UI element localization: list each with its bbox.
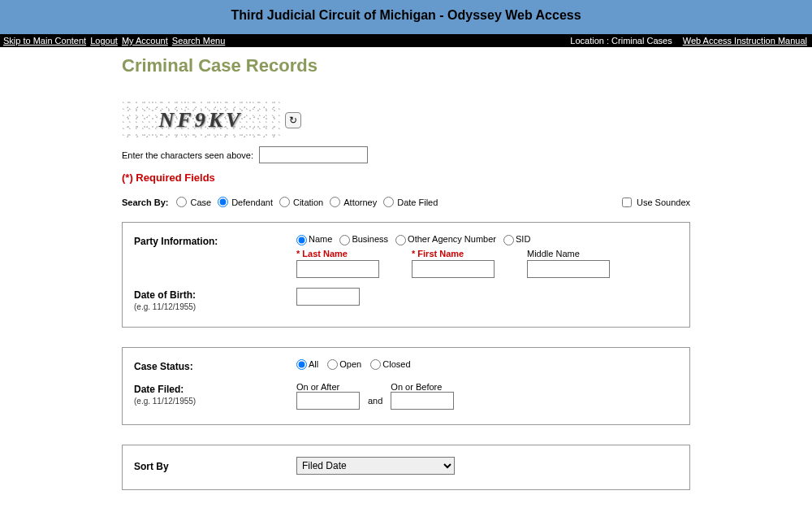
radio-citation[interactable] <box>279 197 290 207</box>
radio-all-label: All <box>309 359 318 369</box>
search-by-row: Search By: Case Defendant Citation Attor… <box>122 197 690 207</box>
date-filed-hint: (e.g. 11/12/1955) <box>134 397 196 406</box>
skip-link[interactable]: Skip to Main Content <box>3 36 86 46</box>
and-text: and <box>368 396 382 410</box>
middle-name-input[interactable] <box>527 260 610 278</box>
middle-name-label: Middle Name <box>527 249 610 258</box>
dob-input[interactable] <box>296 288 360 306</box>
captcha-input-row: Enter the characters seen above: <box>122 146 690 163</box>
radio-business[interactable] <box>339 235 350 245</box>
radio-sid-label: SID <box>516 234 530 244</box>
search-menu-link[interactable]: Search Menu <box>172 36 225 46</box>
radio-open-label: Open <box>339 359 361 369</box>
last-name-label: * Last Name <box>296 249 379 258</box>
radio-closed[interactable] <box>370 359 381 370</box>
date-filed-fields: On or After and On or Before <box>296 382 678 410</box>
on-before-input[interactable] <box>391 392 454 410</box>
page-header-title: Third Judicial Circuit of Michigan - Ody… <box>0 8 812 23</box>
radio-case-label: Case <box>190 198 211 207</box>
radio-date-filed[interactable] <box>383 197 394 207</box>
last-name-input[interactable] <box>296 260 379 278</box>
refresh-captcha-button[interactable]: ↻ <box>285 112 301 128</box>
on-before-label: On or Before <box>391 382 454 392</box>
search-by-radio-group: Search By: Case Defendant Citation Attor… <box>122 197 443 207</box>
refresh-icon: ↻ <box>289 115 297 126</box>
first-name-label: * First Name <box>412 249 495 258</box>
radio-name[interactable] <box>296 235 307 245</box>
sort-by-box: Sort By Filed Date <box>122 445 690 490</box>
search-by-label: Search By: <box>122 198 168 207</box>
header-bar: Third Judicial Circuit of Michigan - Ody… <box>0 0 812 34</box>
first-name-input[interactable] <box>412 260 495 278</box>
radio-sid[interactable] <box>503 235 514 245</box>
radio-name-label: Name <box>309 234 332 244</box>
radio-defendant[interactable] <box>218 197 228 207</box>
radio-citation-label: Citation <box>293 198 323 207</box>
on-after-input[interactable] <box>296 392 360 410</box>
page-title: Criminal Case Records <box>122 55 690 76</box>
date-filed-label: Date Filed: <box>134 384 184 395</box>
dob-label: Date of Birth: <box>134 289 196 301</box>
radio-open[interactable] <box>327 359 338 370</box>
party-type-radios: Name Business Other Agency Number SID <box>296 234 678 245</box>
captcha-row: NF9KV ↻ <box>122 101 690 140</box>
radio-other-agency[interactable] <box>395 235 406 245</box>
radio-case[interactable] <box>176 197 187 207</box>
logout-link[interactable]: Logout <box>90 36 118 46</box>
nav-left: Skip to Main Content Logout My Account S… <box>3 36 227 46</box>
my-account-link[interactable]: My Account <box>122 36 168 46</box>
dob-hint: (e.g. 11/12/1955) <box>134 302 196 311</box>
soundex-group: Use Soundex <box>622 198 690 207</box>
party-info-label: Party Information: <box>134 234 296 247</box>
captcha-image: NF9KV <box>122 101 280 140</box>
name-fields: * Last Name * First Name Middle Name <box>296 249 678 278</box>
case-status-box: Case Status: All Open Closed Date Filed:… <box>122 347 690 425</box>
party-info-box: Party Information: Name Business Other A… <box>122 222 690 328</box>
radio-other-agency-label: Other Agency Number <box>408 234 496 244</box>
radio-closed-label: Closed <box>382 359 410 369</box>
sort-by-label: Sort By <box>134 459 296 472</box>
nav-bar: Skip to Main Content Logout My Account S… <box>0 34 812 47</box>
radio-attorney[interactable] <box>330 197 340 207</box>
main-content: Criminal Case Records NF9KV ↻ Enter the … <box>122 47 690 508</box>
required-fields-note: (*) Required Fields <box>122 172 690 184</box>
on-after-label: On or After <box>296 382 360 392</box>
radio-date-filed-label: Date Filed <box>397 198 438 207</box>
radio-business-label: Business <box>352 234 388 244</box>
soundex-label: Use Soundex <box>637 198 690 207</box>
radio-attorney-label: Attorney <box>343 198 377 207</box>
soundex-checkbox[interactable] <box>622 198 632 207</box>
instruction-manual-link[interactable]: Web Access Instruction Manual <box>683 36 807 46</box>
status-radios: All Open Closed <box>296 359 678 371</box>
radio-all[interactable] <box>296 359 307 370</box>
radio-defendant-label: Defendant <box>231 198 273 207</box>
location-text: Location : Criminal Cases <box>570 36 672 46</box>
captcha-input[interactable] <box>259 146 368 163</box>
nav-right: Location : Criminal Cases Web Access Ins… <box>570 36 809 46</box>
case-status-label: Case Status: <box>134 359 296 372</box>
captcha-label: Enter the characters seen above: <box>122 150 253 160</box>
sort-by-select[interactable]: Filed Date <box>296 457 455 475</box>
